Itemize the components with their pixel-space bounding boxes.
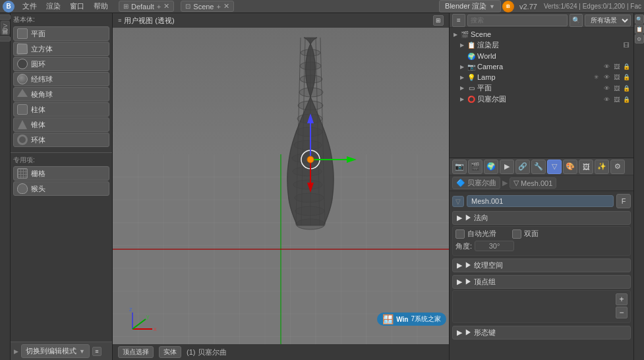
viewport[interactable]: ≡ 用户视图 (透视) ⊞ <box>113 13 449 360</box>
tab-uv[interactable]: UV <box>1 21 10 35</box>
prop-icon-render[interactable]: 📷 <box>452 160 467 174</box>
lamp-extra-icon[interactable]: ✳ <box>592 73 601 82</box>
left-panel: 基本体: 平面 立方体 圆环 经纬球 棱角球 <box>11 13 113 360</box>
tool-uvsphere[interactable]: 经纬球 <box>13 72 109 86</box>
svg-line-53 <box>132 319 146 329</box>
render-engine-selector[interactable]: Blender 渲染 ▼ <box>439 0 501 13</box>
plane-eye-icon[interactable]: 👁 <box>602 84 611 93</box>
tree-item-scene[interactable]: ▶ 🎬 Scene <box>451 29 632 40</box>
tool-grid[interactable]: 栅格 <box>13 166 109 181</box>
tree-item-world[interactable]: ▶ 🌍 World <box>451 51 632 61</box>
plane-lock-icon[interactable]: 🔒 <box>622 84 631 93</box>
tree-item-renderlayer[interactable]: ▶ 📋 渲染层 🎞 <box>451 40 632 51</box>
svg-point-49 <box>307 156 314 163</box>
mode-settings-icon[interactable]: ≡ <box>92 347 102 356</box>
shape-keys-header[interactable]: ▶ ▶ 形态键 <box>452 326 631 340</box>
vertex-group-add-btn[interactable]: + <box>616 293 628 305</box>
tab-mesh[interactable]: 网格 <box>0 36 11 42</box>
prop-icon-physics[interactable]: ⚙ <box>610 160 625 174</box>
tool-icosphere[interactable]: 棱角球 <box>13 87 109 102</box>
prop-icon-particles[interactable]: ✨ <box>595 160 609 174</box>
camera-lock-icon[interactable]: 🔒 <box>622 62 631 71</box>
outliner-menu-btn[interactable]: ≡ <box>452 14 465 27</box>
beziercircle-render-icon[interactable]: 🖼 <box>612 95 621 104</box>
tree-arrow-renderlayer[interactable]: ▶ <box>459 42 465 49</box>
viewport-shading-select[interactable]: 实体 <box>159 346 181 358</box>
tree-item-beziercircle[interactable]: ▶ ⭕ 贝塞尔圆 👁 🖼 🔒 <box>451 94 632 105</box>
menu-file[interactable]: 文件 <box>18 1 41 12</box>
beziercircle-eye-icon[interactable]: 👁 <box>602 95 611 104</box>
mini-icon-2[interactable]: 📋 <box>635 24 644 34</box>
tool-plane[interactable]: 平面 <box>13 26 109 41</box>
tool-circle[interactable]: 圆环 <box>13 57 109 71</box>
vertex-groups-header[interactable]: ▶ ▶ 顶点组 <box>452 275 631 289</box>
prop-icon-modifiers[interactable]: 🔧 <box>531 160 546 174</box>
prop-icon-scene[interactable]: 🎬 <box>468 160 483 174</box>
bezier-mesh-object[interactable] <box>261 34 366 240</box>
outliner-search-input[interactable] <box>467 15 568 26</box>
menu-help[interactable]: 帮助 <box>90 1 112 12</box>
viewport-scene[interactable]: x z y 🪟 Win 7系统之家 <box>113 28 449 344</box>
auto-smooth-checkbox[interactable] <box>455 229 465 239</box>
tree-item-lamp[interactable]: ▶ 💡 Lamp ✳ 👁 🖼 🔒 <box>451 72 632 82</box>
viewport-menu-icon[interactable]: ≡ <box>118 17 121 24</box>
tree-arrow-lamp[interactable]: ▶ <box>459 74 465 80</box>
tree-arrow-plane[interactable]: ▶ <box>459 85 465 92</box>
prop-icon-data[interactable]: ▽ <box>547 160 562 174</box>
camera-render-icon[interactable]: 🖼 <box>612 62 621 71</box>
stats-label: Verts:1/624 | Edges:0/1,200 | Fac <box>544 3 641 10</box>
plane-render-icon[interactable]: 🖼 <box>612 84 621 93</box>
blender-logo: B <box>502 1 514 13</box>
texture-space-header[interactable]: ▶ ▶ 纹理空间 <box>452 258 631 272</box>
tab-tools[interactable]: 工具 <box>0 15 11 20</box>
prop-icon-constraints[interactable]: 🔗 <box>515 160 530 174</box>
prop-icon-material[interactable]: 🎨 <box>563 160 577 174</box>
lamp-lock-icon[interactable]: 🔒 <box>622 73 631 82</box>
prop-icon-world[interactable]: 🌍 <box>484 160 498 174</box>
lamp-eye-icon[interactable]: 👁 <box>602 73 611 82</box>
outliner-search-icon[interactable]: 🔍 <box>570 14 583 27</box>
tree-item-camera[interactable]: ▶ 📷 Camera 👁 🖼 🔒 <box>451 61 632 72</box>
breadcrumb-obj-icon: 🔷 <box>456 179 465 187</box>
mini-icon-1[interactable]: 🔍 <box>635 15 644 24</box>
menu-render[interactable]: 渲染 <box>42 1 65 12</box>
angle-value[interactable]: 30° <box>475 241 514 251</box>
tab-default[interactable]: ⊞ Default + ✕ <box>119 1 174 12</box>
prop-icon-object[interactable]: ▶ <box>500 160 514 174</box>
tree-arrow-scene[interactable]: ▶ <box>452 31 459 38</box>
viewport-mode-select[interactable]: 顶点选择 <box>118 346 154 358</box>
blender-icon[interactable]: B <box>3 1 15 13</box>
tool-torus[interactable]: 环体 <box>13 133 109 147</box>
prop-name-field[interactable]: Mesh.001 <box>467 195 614 207</box>
lamp-render-icon[interactable]: 🖼 <box>612 73 621 82</box>
beziercircle-actions: 👁 🖼 🔒 <box>602 95 631 104</box>
top-menubar: B 文件 渲染 窗口 帮助 ⊞ Default + ✕ ⊡ Scene + ✕ … <box>0 0 644 13</box>
tab-scene[interactable]: ⊡ Scene + ✕ <box>181 1 234 12</box>
breadcrumb-obj-item[interactable]: 🔷 贝塞尔曲 <box>452 177 500 189</box>
tree-arrow-beziercircle[interactable]: ▶ <box>459 96 465 103</box>
outliner-scope-select[interactable]: 所有场景 <box>585 15 631 26</box>
right-mini-icons: 🔍 📋 ⚙ <box>633 13 644 360</box>
prop-icon-texture[interactable]: 🖼 <box>579 160 593 174</box>
beziercircle-icon: ⭕ <box>467 95 476 104</box>
cube-icon <box>16 44 28 55</box>
vertex-group-remove-btn[interactable]: − <box>616 307 628 318</box>
camera-eye-icon[interactable]: 👁 <box>602 62 611 71</box>
tool-cone[interactable]: 锥体 <box>13 117 109 132</box>
tool-monkey[interactable]: 猴头 <box>13 181 109 196</box>
viewport-maximize[interactable]: ⊞ <box>433 15 444 26</box>
tool-cylinder[interactable]: 柱体 <box>13 102 109 117</box>
far-left-tabs: 工具 UV 网格 <box>0 13 11 360</box>
breadcrumb-mesh-item[interactable]: ▽ Mesh.001 <box>510 177 556 189</box>
renderlayer-render-icon[interactable]: 🎞 <box>622 41 631 50</box>
prop-f-button[interactable]: F <box>616 194 631 208</box>
mini-icon-3[interactable]: ⚙ <box>635 34 644 44</box>
tree-arrow-camera[interactable]: ▶ <box>459 63 465 70</box>
double-sided-checkbox[interactable] <box>512 229 521 239</box>
mode-dropdown[interactable]: 切换到编辑模式 ▼ <box>21 344 90 358</box>
tool-cube[interactable]: 立方体 <box>13 42 109 56</box>
normals-section-header[interactable]: ▶ ▶ 法向 <box>452 211 631 225</box>
beziercircle-lock-icon[interactable]: 🔒 <box>622 95 631 104</box>
tree-item-plane[interactable]: ▶ ▭ 平面 👁 🖼 🔒 <box>451 82 632 94</box>
menu-window[interactable]: 窗口 <box>66 1 88 12</box>
